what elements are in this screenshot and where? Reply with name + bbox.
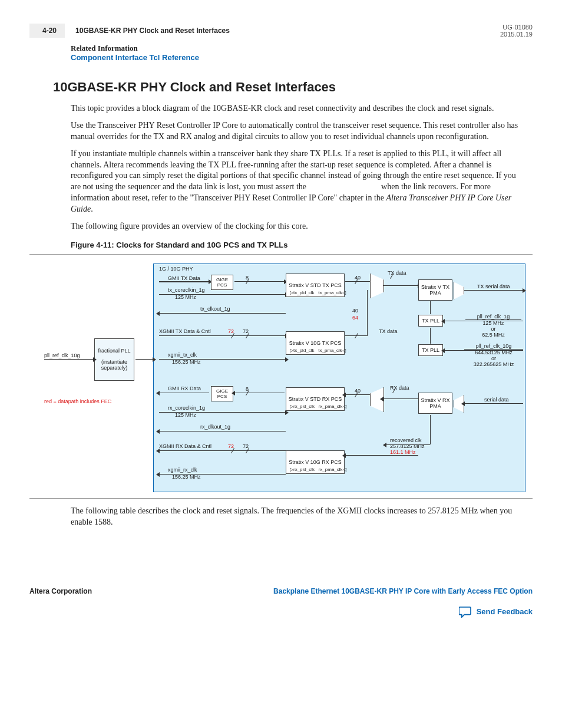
xgmii-tx-clk-freq: 156.25 MHz (172, 359, 201, 365)
rec-clk-f2: 161.1 MHz (390, 449, 425, 455)
tx-clkout-arrow (159, 313, 286, 314)
g10-mux-vline (367, 290, 368, 336)
tx-coreclkin-freq: 125 MHz (175, 294, 196, 300)
bus40-tx2: 40 (352, 308, 358, 314)
tx-serial-label: TX serial data (477, 284, 510, 289)
xgmii-rx-label: XGMII RX Data & Cntl (159, 443, 211, 449)
tx-coreclkin-arrow (159, 294, 286, 295)
gige-std-arrow (234, 281, 285, 282)
ref1g-or: or (465, 326, 521, 332)
rec-clk-vline (430, 415, 431, 444)
ext-ref-arrow (44, 359, 94, 360)
rx-pld-clk-2: ▷rx_pld_clk rx_pma_clk◁ (290, 467, 346, 472)
gmii-tx-label: GMII TX Data (168, 275, 200, 281)
para3-period: . (91, 205, 93, 213)
std-mux-line1 (345, 281, 370, 282)
tx-data-arrow (383, 285, 418, 286)
ref10g-f2: 322.265625 MHz (464, 361, 523, 367)
tx-pll-2: TX PLL (418, 344, 443, 356)
page-number: 4-20 (29, 24, 65, 38)
clock-diagram: 1G / 10G PHY fractional PLL (instantiate… (41, 262, 530, 495)
component-interface-link[interactable]: Component Interface Tcl Reference (71, 53, 527, 62)
ref10g-group: pll_ref_clk_10g 644.53125 MHz or 322.265… (464, 343, 523, 367)
rx-coreclkin-arrow (159, 412, 286, 413)
pll1-up (430, 301, 431, 314)
pll-out-arrow (135, 359, 153, 360)
std-tx-pcs-label: Stratix V STD TX PCS (289, 282, 341, 288)
u7 (159, 450, 218, 451)
xgmii-rx-clk-freq: 156.25 MHz (172, 474, 201, 480)
pll2-up (430, 328, 431, 344)
recovered-clk: recovered clk 257.8125 MHz 161.1 MHz (390, 437, 425, 455)
tx-pma: Stratix V TX PMA (418, 279, 452, 301)
feedback-label: Send Feedback (477, 607, 533, 616)
gige-pcs-rx: GIGE PCS (211, 386, 233, 401)
tx-coreclkin-label: tx_coreclkin_1g (168, 287, 205, 293)
bus64-tx: 64 (352, 315, 358, 321)
rec-clk-arrow (386, 444, 430, 445)
send-feedback-link[interactable]: Send Feedback (29, 606, 533, 618)
tx-pld-clk-2: ▷tx_pld_clk tx_pma_clk◁ (290, 348, 346, 353)
section-heading: 10GBASE-KR PHY Clock and Reset Interface… (53, 80, 533, 95)
tx-serial-arrow (464, 290, 523, 291)
gmii-rx-label: GMII RX Data (168, 386, 201, 391)
rx-data-arrow (383, 398, 418, 399)
ref1g-f1: 125 MHz (465, 320, 521, 326)
rx-serial-label: serial data (484, 397, 509, 403)
paragraph-1: This topic provides a block diagram of t… (71, 103, 527, 114)
u3 (159, 335, 218, 336)
red-legend: red = datapath includes FEC (44, 398, 111, 404)
std-rx-pcs-label: Stratix V STD RX PCS (289, 396, 342, 402)
footer-company: Altera Corporation (29, 587, 92, 595)
tx-data-label: TX data (388, 270, 406, 276)
gige-pcs-tx: GIGE PCS (211, 275, 233, 290)
ref1g-group: pll_ref_clk_1g 125 MHz or 62.5 MHz (465, 314, 521, 338)
frac-pll-label: fractional PLL (98, 348, 130, 354)
paragraph-5: The following table describes the clock … (71, 506, 527, 528)
rx-pma: Stratix V RX PMA (418, 393, 452, 414)
ref1g-label: pll_ref_clk_1g (465, 314, 521, 320)
page-footer: Altera Corporation Backplane Ethernet 10… (29, 587, 533, 595)
paragraph-3: If you instantiate multiple channels wit… (71, 149, 527, 215)
xgmii-tx-clk-label: xgmii_tx_clk (168, 352, 197, 358)
xgmii-tx-clk-arrow (159, 359, 286, 360)
header-left: 4-20 10GBASE-KR PHY Clock and Reset Inte… (29, 24, 230, 38)
paragraph-2: Use the Transceiver PHY Reset Controller… (71, 120, 527, 143)
g10-rx-line (345, 455, 418, 456)
footer-chapter-link[interactable]: Backplane Ethernet 10GBASE-KR PHY IP Cor… (273, 587, 533, 595)
fractional-pll-box: fractional PLL (instantiate separately) (94, 338, 134, 381)
xgmii-rx-clk-arrow (159, 474, 286, 475)
rx-pld-clk-1: ▷rx_pld_clk rx_pma_clk◁ (290, 404, 346, 409)
tx-pll-1: TX PLL (418, 315, 443, 327)
rec-clk-label: recovered clk (390, 437, 425, 443)
rx-std-line (345, 394, 370, 395)
divider-bottom (29, 498, 533, 499)
rx-serial-arrow (464, 403, 523, 404)
page-header: 4-20 10GBASE-KR PHY Clock and Reset Inte… (29, 24, 533, 38)
doc-id: UG-01080 (500, 24, 533, 31)
ref10g-f1: 644.53125 MHz (464, 350, 523, 355)
rx-coreclkin-freq: 125 MHz (175, 412, 196, 418)
g10-rx-pcs-label: Stratix V 10G RX PCS (289, 459, 342, 465)
feedback-icon (459, 606, 472, 618)
paragraph-4: The following figure provides an overvie… (71, 221, 527, 232)
rx-clkout-label: rx_clkout_1g (200, 424, 230, 430)
divider-top (29, 254, 533, 255)
tx-data-label-2: TX data (379, 328, 398, 334)
ref1g-f2: 62.5 MHz (465, 332, 521, 338)
header-running-title: 10GBASE-KR PHY Clock and Reset Interface… (75, 27, 230, 35)
rx-coreclkin-label: rx_coreclkin_1g (168, 405, 205, 411)
tx-clkout-label: tx_clkout_1g (200, 306, 230, 312)
rx-data-label: RX data (390, 385, 409, 391)
g10-tx-pcs-label: Stratix V 10G TX PCS (289, 340, 341, 346)
xgmii-tx-label: XGMII TX Data & Cntl (159, 328, 211, 334)
related-info-heading: Related Information (71, 44, 527, 53)
tx-pld-clk-1: ▷tx_pld_clk tx_pma_clk◁ (290, 290, 346, 295)
xgmii-rx-clk-label: xgmii_rx_clk (168, 467, 197, 473)
u5 (159, 393, 209, 393)
frac-pll-note: (instantiate separately) (96, 359, 133, 371)
ref10g-label: pll_ref_clk_10g (464, 343, 523, 350)
u1 (159, 282, 209, 282)
rx-clkout-arrow (159, 431, 286, 431)
ext-ref-label: pll_ref_clk_10g (44, 353, 80, 358)
